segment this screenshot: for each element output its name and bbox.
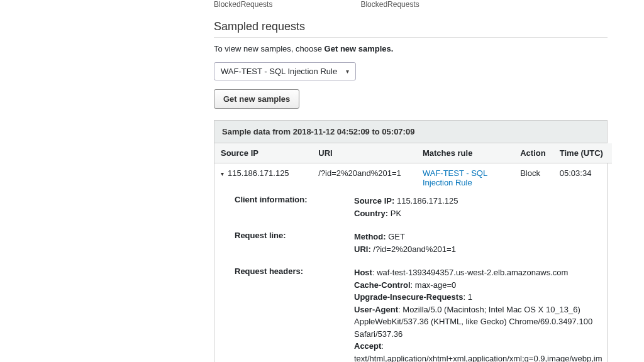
truncated-top-row: BlockedRequests BlockedRequests <box>214 0 608 9</box>
country-key: Country: <box>354 209 388 218</box>
table-header-row: Source IP URI Matches rule Action Time (… <box>214 143 612 163</box>
section-title: Sampled requests <box>214 20 608 33</box>
row-rule-link[interactable]: WAF-TEST - SQL Injection Rule <box>423 168 487 187</box>
row-uri: /?id=2%20and%201=1 <box>312 163 416 193</box>
method-key: Method: <box>354 232 386 241</box>
col-uri: URI <box>312 143 416 163</box>
panel-header: Sample data from 2018-11-12 04:52:09 to … <box>214 121 607 143</box>
table-row[interactable]: ▾115.186.171.125 /?id=2%20and%201=1 WAF-… <box>214 163 612 193</box>
col-time: Time (UTC) <box>553 143 612 163</box>
truncated-label-b: BlockedRequests <box>360 0 419 9</box>
expand-caret-icon[interactable]: ▾ <box>221 170 224 177</box>
sample-panel: Sample data from 2018-11-12 04:52:09 to … <box>214 120 608 362</box>
col-action: Action <box>514 143 553 163</box>
uir-val: 1 <box>468 292 472 302</box>
request-line-row: Request line: Method: GET URI: /?id=2%20… <box>235 231 606 255</box>
client-info-label: Client information: <box>235 195 354 219</box>
source-ip-val: 115.186.171.125 <box>397 196 458 206</box>
get-new-samples-button[interactable]: Get new samples <box>214 89 299 109</box>
country-val: PK <box>391 209 401 218</box>
table-row-detail: Client information: Source IP: 115.186.1… <box>214 192 612 362</box>
row-ip: 115.186.171.125 <box>228 168 289 178</box>
cache-control-val: max-age=0 <box>415 280 456 290</box>
host-key: Host <box>354 268 372 277</box>
hint-text: To view new samples, choose Get new samp… <box>214 44 608 53</box>
samples-table: Source IP URI Matches rule Action Time (… <box>214 143 612 362</box>
hint-bold: Get new samples. <box>325 44 394 53</box>
method-val: GET <box>388 232 405 241</box>
truncated-label-a: BlockedRequests <box>214 0 272 9</box>
ua-key: User-Agent <box>354 305 398 314</box>
hint-prefix: To view new samples, choose <box>214 44 325 53</box>
col-matches-rule: Matches rule <box>416 143 514 163</box>
host-val: waf-test-1393494357.us-west-2.elb.amazon… <box>377 268 568 277</box>
row-action: Block <box>514 163 553 193</box>
client-info-row: Client information: Source IP: 115.186.1… <box>235 195 606 219</box>
caret-down-icon: ▾ <box>346 68 349 75</box>
rule-select[interactable]: WAF-TEST - SQL Injection Rule ▾ <box>214 62 356 80</box>
rule-select-value: WAF-TEST - SQL Injection Rule <box>221 67 337 76</box>
accept-val: text/html,application/xhtml+xml,applicat… <box>354 354 602 363</box>
uir-key: Upgrade-Insecure-Requests <box>354 292 463 302</box>
source-ip-key: Source IP: <box>354 196 394 206</box>
request-line-label: Request line: <box>235 231 354 255</box>
uri-key: URI: <box>354 244 371 254</box>
cache-control-key: Cache-Control <box>354 280 411 290</box>
row-time: 05:03:34 <box>553 163 612 193</box>
divider <box>214 37 608 38</box>
uri-val: /?id=2%20and%201=1 <box>373 244 456 254</box>
col-source-ip: Source IP <box>214 143 312 163</box>
request-headers-label: Request headers: <box>235 266 354 362</box>
accept-key: Accept <box>354 341 381 351</box>
request-headers-row: Request headers: Host: waf-test-13934943… <box>235 266 606 362</box>
